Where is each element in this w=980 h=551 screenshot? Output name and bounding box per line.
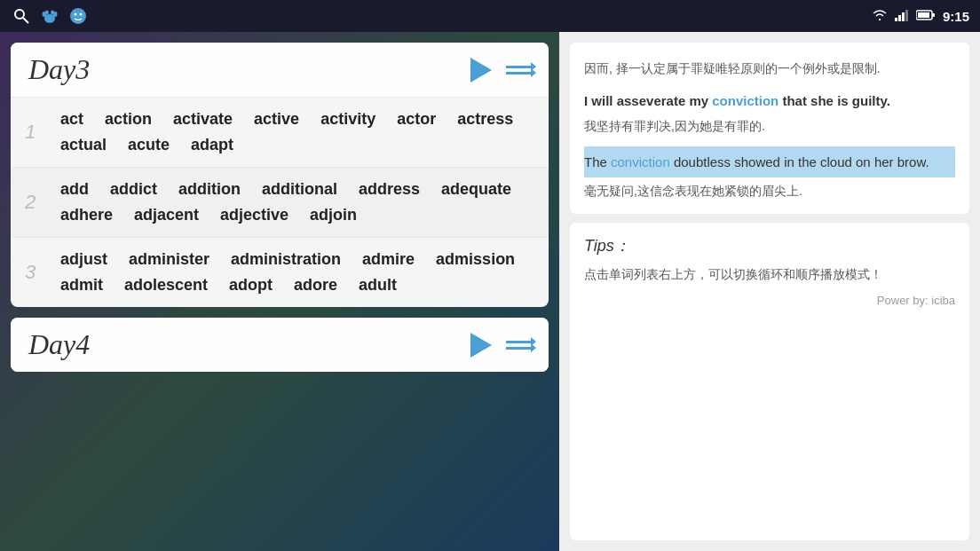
word-adjoin[interactable]: adjoin <box>299 204 368 226</box>
wifi-icon <box>872 9 888 24</box>
svg-rect-15 <box>918 12 929 18</box>
svg-rect-10 <box>895 18 897 21</box>
word-adore[interactable]: adore <box>283 274 348 296</box>
word-adjust[interactable]: adjust <box>50 248 118 271</box>
signal-icon <box>895 9 909 24</box>
word-activate[interactable]: activate <box>162 108 243 130</box>
sentence1-keyword[interactable]: conviction <box>712 93 778 108</box>
sentence1: I will asseverate my conviction that she… <box>584 89 955 113</box>
intro-chinese: 因而, 择一认定属于罪疑唯轻原则的一个例外或是限制. <box>584 59 955 80</box>
status-right: 9:15 <box>872 9 969 24</box>
svg-point-8 <box>75 13 77 16</box>
svg-point-7 <box>70 8 86 24</box>
word-adjacent[interactable]: adjacent <box>123 204 209 226</box>
word-adjective[interactable]: adjective <box>209 204 299 226</box>
word-adhere[interactable]: adhere <box>50 204 123 226</box>
sentence1-post: that she is guilty. <box>778 93 890 108</box>
word-row-2: 2 add addict addition additional address… <box>11 167 549 237</box>
day4-header: Day4 <box>11 318 549 372</box>
sentence2: The conviction doubtless showed in the c… <box>584 146 955 177</box>
word-adequate[interactable]: adequate <box>431 178 522 201</box>
sentence2-keyword[interactable]: conviction <box>611 154 670 169</box>
status-bar: 9:15 <box>0 0 980 32</box>
right-panel: 因而, 择一认定属于罪疑唯轻原则的一个例外或是限制. I will asseve… <box>559 32 980 551</box>
svg-point-6 <box>51 11 54 15</box>
loop-line-3 <box>506 341 531 343</box>
loop-line-1 <box>506 66 531 68</box>
word-adolescent[interactable]: adolescent <box>114 274 218 296</box>
word-adapt[interactable]: adapt <box>180 134 244 156</box>
sentence-card: 因而, 择一认定属于罪疑唯轻原则的一个例外或是限制. I will asseve… <box>570 43 969 214</box>
day3-title: Day3 <box>28 53 90 86</box>
face-icon[interactable] <box>67 5 89 27</box>
svg-rect-16 <box>932 13 935 17</box>
loop-line-2 <box>506 72 531 75</box>
word-administration[interactable]: administration <box>220 248 352 271</box>
row-num-3: 3 <box>25 261 50 284</box>
sentence1-zh: 我坚持有罪判决,因为她是有罪的. <box>584 116 955 138</box>
day4-title: Day4 <box>28 328 90 361</box>
status-left-icons <box>11 5 89 27</box>
word-adopt[interactable]: adopt <box>218 274 283 296</box>
left-panel: Day3 1 act action activate active <box>0 32 559 551</box>
loop-line-4 <box>506 347 531 350</box>
words-grid-1: act action activate active activity acto… <box>50 108 534 156</box>
search-icon[interactable] <box>11 5 32 27</box>
word-admit[interactable]: admit <box>50 274 114 296</box>
day4-card: Day4 <box>11 318 549 372</box>
day4-play-button[interactable] <box>470 333 492 358</box>
word-addition[interactable]: addition <box>168 178 251 201</box>
word-actress[interactable]: actress <box>447 108 524 130</box>
svg-rect-13 <box>905 10 908 21</box>
sentence2-post: doubtless showed in the cloud on her bro… <box>670 154 929 169</box>
words-grid-2: add addict addition additional address a… <box>50 178 534 226</box>
word-act[interactable]: act <box>50 108 94 130</box>
svg-rect-12 <box>902 12 905 21</box>
clock: 9:15 <box>943 9 969 24</box>
word-additional[interactable]: additional <box>251 178 348 201</box>
day3-card: Day3 1 act action activate active <box>11 43 549 307</box>
paw-icon[interactable] <box>39 5 60 27</box>
sentence1-pre: I will asseverate my <box>584 93 712 108</box>
day4-loop-button[interactable] <box>506 341 531 350</box>
word-active[interactable]: active <box>243 108 310 130</box>
word-row-1: 1 act action activate active activity ac… <box>11 97 549 167</box>
svg-point-0 <box>15 10 24 19</box>
words-grid-3: adjust administer administration admire … <box>50 248 534 296</box>
row-num-2: 2 <box>25 191 50 214</box>
day3-loop-button[interactable] <box>506 66 531 75</box>
word-adult[interactable]: adult <box>348 274 407 296</box>
word-row-3: 3 adjust administer administration admir… <box>11 237 549 307</box>
battery-icon <box>916 9 936 24</box>
day3-header: Day3 <box>11 43 549 97</box>
tips-title: Tips： <box>584 235 955 256</box>
word-actual[interactable]: actual <box>50 134 117 156</box>
power-by: Power by: iciba <box>584 294 955 307</box>
sentence2-zh: 毫无疑问,这信念表现在她紧锁的眉尖上. <box>584 181 955 202</box>
sentence2-pre: The <box>584 154 611 169</box>
word-admire[interactable]: admire <box>352 248 425 271</box>
tips-card: Tips： 点击单词列表右上方，可以切换循环和顺序播放模式！ Power by:… <box>570 223 969 540</box>
tips-content: 点击单词列表右上方，可以切换循环和顺序播放模式！ <box>584 264 955 286</box>
word-action[interactable]: action <box>94 108 162 130</box>
word-admission[interactable]: admission <box>425 248 526 271</box>
main-container: Day3 1 act action activate active <box>0 32 980 551</box>
word-address[interactable]: address <box>348 178 431 201</box>
word-addict[interactable]: addict <box>99 178 168 201</box>
row-num-1: 1 <box>25 121 50 144</box>
svg-point-9 <box>80 13 83 16</box>
word-add[interactable]: add <box>50 178 99 201</box>
word-activity[interactable]: activity <box>310 108 386 130</box>
day3-play-button[interactable] <box>470 58 492 83</box>
word-acute[interactable]: acute <box>117 134 180 156</box>
word-actor[interactable]: actor <box>386 108 447 130</box>
word-administer[interactable]: administer <box>118 248 220 271</box>
svg-rect-11 <box>898 15 901 21</box>
svg-line-1 <box>23 18 28 23</box>
svg-point-5 <box>45 11 49 15</box>
